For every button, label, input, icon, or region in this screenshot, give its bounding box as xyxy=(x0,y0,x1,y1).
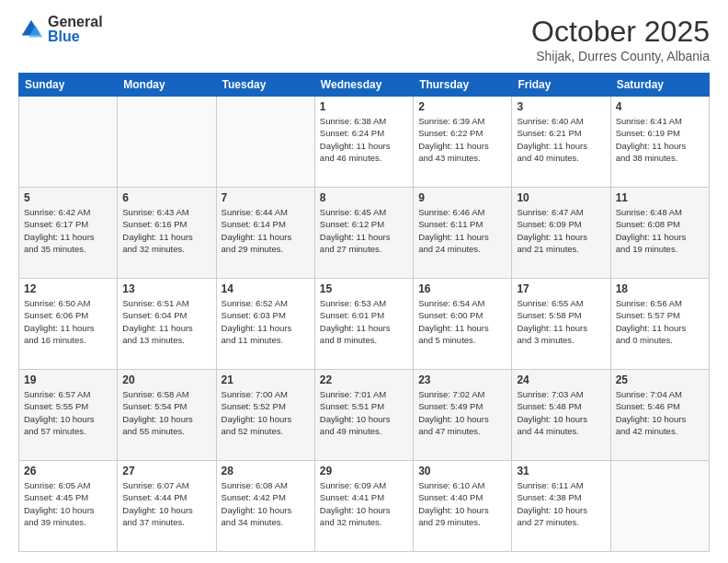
day-info: Sunrise: 6:47 AM Sunset: 6:09 PM Dayligh… xyxy=(517,206,605,255)
calendar-cell-w1-d6: 11Sunrise: 6:48 AM Sunset: 6:08 PM Dayli… xyxy=(610,188,709,279)
day-number: 30 xyxy=(418,465,506,477)
calendar-cell-w2-d1: 13Sunrise: 6:51 AM Sunset: 6:04 PM Dayli… xyxy=(118,279,216,370)
calendar-cell-w0-d4: 2Sunrise: 6:39 AM Sunset: 6:22 PM Daylig… xyxy=(414,97,512,188)
day-number: 12 xyxy=(24,282,112,295)
day-number: 19 xyxy=(24,373,112,386)
day-info: Sunrise: 6:55 AM Sunset: 5:58 PM Dayligh… xyxy=(517,297,605,346)
calendar-cell-w0-d0 xyxy=(19,97,118,188)
day-info: Sunrise: 6:46 AM Sunset: 6:11 PM Dayligh… xyxy=(418,206,506,255)
day-number: 13 xyxy=(122,282,210,295)
calendar-cell-w2-d6: 18Sunrise: 6:56 AM Sunset: 5:57 PM Dayli… xyxy=(610,279,709,370)
day-info: Sunrise: 6:42 AM Sunset: 6:17 PM Dayligh… xyxy=(24,206,112,255)
day-number: 3 xyxy=(517,100,605,113)
day-number: 15 xyxy=(320,282,408,295)
week-row-3: 19Sunrise: 6:57 AM Sunset: 5:55 PM Dayli… xyxy=(19,370,710,461)
weekday-header-row: Sunday Monday Tuesday Wednesday Thursday… xyxy=(19,74,710,97)
day-number: 31 xyxy=(517,465,605,477)
calendar-cell-w1-d3: 8Sunrise: 6:45 AM Sunset: 6:12 PM Daylig… xyxy=(314,188,413,279)
day-info: Sunrise: 7:00 AM Sunset: 5:52 PM Dayligh… xyxy=(222,388,310,437)
calendar-cell-w3-d6: 25Sunrise: 7:04 AM Sunset: 5:46 PM Dayli… xyxy=(610,370,709,461)
calendar-cell-w1-d2: 7Sunrise: 6:44 AM Sunset: 6:14 PM Daylig… xyxy=(216,188,314,279)
logo-icon xyxy=(18,17,44,42)
title-block: October 2025 Shijak, Durres County, Alba… xyxy=(531,15,710,63)
page: General Blue October 2025 Shijak, Durres… xyxy=(0,0,728,563)
day-info: Sunrise: 6:07 AM Sunset: 4:44 PM Dayligh… xyxy=(122,479,210,528)
header: General Blue October 2025 Shijak, Durres… xyxy=(18,15,710,63)
calendar-cell-w4-d5: 31Sunrise: 6:11 AM Sunset: 4:38 PM Dayli… xyxy=(512,461,610,552)
day-info: Sunrise: 6:58 AM Sunset: 5:54 PM Dayligh… xyxy=(122,388,210,437)
day-info: Sunrise: 6:48 AM Sunset: 6:08 PM Dayligh… xyxy=(616,206,704,255)
day-info: Sunrise: 6:39 AM Sunset: 6:22 PM Dayligh… xyxy=(418,115,506,164)
calendar-cell-w2-d3: 15Sunrise: 6:53 AM Sunset: 6:01 PM Dayli… xyxy=(314,279,413,370)
calendar-cell-w2-d0: 12Sunrise: 6:50 AM Sunset: 6:06 PM Dayli… xyxy=(19,279,118,370)
day-info: Sunrise: 6:54 AM Sunset: 6:00 PM Dayligh… xyxy=(418,297,506,346)
day-number: 11 xyxy=(616,191,704,204)
day-info: Sunrise: 6:38 AM Sunset: 6:24 PM Dayligh… xyxy=(320,115,408,164)
calendar-cell-w3-d3: 22Sunrise: 7:01 AM Sunset: 5:51 PM Dayli… xyxy=(314,370,413,461)
header-wednesday: Wednesday xyxy=(314,74,413,97)
calendar-cell-w2-d2: 14Sunrise: 6:52 AM Sunset: 6:03 PM Dayli… xyxy=(216,279,314,370)
day-info: Sunrise: 6:56 AM Sunset: 5:57 PM Dayligh… xyxy=(616,297,704,346)
day-number: 6 xyxy=(122,191,210,204)
day-info: Sunrise: 6:57 AM Sunset: 5:55 PM Dayligh… xyxy=(24,388,112,437)
calendar-cell-w2-d4: 16Sunrise: 6:54 AM Sunset: 6:00 PM Dayli… xyxy=(414,279,512,370)
day-number: 4 xyxy=(616,100,704,113)
day-number: 8 xyxy=(320,191,408,204)
day-number: 28 xyxy=(222,465,310,477)
day-info: Sunrise: 6:53 AM Sunset: 6:01 PM Dayligh… xyxy=(320,297,408,346)
calendar-cell-w1-d1: 6Sunrise: 6:43 AM Sunset: 6:16 PM Daylig… xyxy=(118,188,216,279)
calendar-cell-w4-d2: 28Sunrise: 6:08 AM Sunset: 4:42 PM Dayli… xyxy=(216,461,314,552)
logo: General Blue xyxy=(18,15,103,44)
logo-general-text: General xyxy=(48,15,103,29)
day-number: 14 xyxy=(222,282,310,295)
week-row-0: 1Sunrise: 6:38 AM Sunset: 6:24 PM Daylig… xyxy=(19,97,710,188)
day-number: 29 xyxy=(320,465,408,477)
day-info: Sunrise: 6:40 AM Sunset: 6:21 PM Dayligh… xyxy=(517,115,605,164)
location: Shijak, Durres County, Albania xyxy=(531,49,710,63)
day-number: 23 xyxy=(418,373,506,386)
calendar-cell-w0-d6: 4Sunrise: 6:41 AM Sunset: 6:19 PM Daylig… xyxy=(610,97,709,188)
day-number: 9 xyxy=(418,191,506,204)
header-monday: Monday xyxy=(118,74,216,97)
week-row-2: 12Sunrise: 6:50 AM Sunset: 6:06 PM Dayli… xyxy=(19,279,710,370)
calendar-cell-w3-d0: 19Sunrise: 6:57 AM Sunset: 5:55 PM Dayli… xyxy=(19,370,118,461)
day-number: 25 xyxy=(616,373,704,386)
calendar-cell-w0-d5: 3Sunrise: 6:40 AM Sunset: 6:21 PM Daylig… xyxy=(512,97,610,188)
day-info: Sunrise: 6:52 AM Sunset: 6:03 PM Dayligh… xyxy=(222,297,310,346)
day-number: 2 xyxy=(418,100,506,113)
header-sunday: Sunday xyxy=(19,74,118,97)
day-number: 24 xyxy=(517,373,605,386)
day-number: 10 xyxy=(517,191,605,204)
day-number: 20 xyxy=(122,373,210,386)
calendar-cell-w4-d3: 29Sunrise: 6:09 AM Sunset: 4:41 PM Dayli… xyxy=(314,461,413,552)
header-tuesday: Tuesday xyxy=(216,74,314,97)
day-number: 5 xyxy=(24,191,112,204)
day-number: 7 xyxy=(222,191,310,204)
calendar-cell-w3-d1: 20Sunrise: 6:58 AM Sunset: 5:54 PM Dayli… xyxy=(118,370,216,461)
calendar-cell-w3-d5: 24Sunrise: 7:03 AM Sunset: 5:48 PM Dayli… xyxy=(512,370,610,461)
week-row-4: 26Sunrise: 6:05 AM Sunset: 4:45 PM Dayli… xyxy=(19,461,710,552)
day-info: Sunrise: 6:51 AM Sunset: 6:04 PM Dayligh… xyxy=(122,297,210,346)
day-info: Sunrise: 6:44 AM Sunset: 6:14 PM Dayligh… xyxy=(222,206,310,255)
day-number: 16 xyxy=(418,282,506,295)
day-info: Sunrise: 7:04 AM Sunset: 5:46 PM Dayligh… xyxy=(616,388,704,437)
calendar-cell-w2-d5: 17Sunrise: 6:55 AM Sunset: 5:58 PM Dayli… xyxy=(512,279,610,370)
calendar-cell-w4-d0: 26Sunrise: 6:05 AM Sunset: 4:45 PM Dayli… xyxy=(19,461,118,552)
logo-text: General Blue xyxy=(48,15,103,44)
calendar-cell-w3-d2: 21Sunrise: 7:00 AM Sunset: 5:52 PM Dayli… xyxy=(216,370,314,461)
day-info: Sunrise: 6:43 AM Sunset: 6:16 PM Dayligh… xyxy=(122,206,210,255)
calendar-cell-w0-d1 xyxy=(118,97,216,188)
day-info: Sunrise: 6:50 AM Sunset: 6:06 PM Dayligh… xyxy=(24,297,112,346)
calendar-cell-w0-d3: 1Sunrise: 6:38 AM Sunset: 6:24 PM Daylig… xyxy=(314,97,413,188)
month-title: October 2025 xyxy=(531,15,710,49)
calendar-cell-w3-d4: 23Sunrise: 7:02 AM Sunset: 5:49 PM Dayli… xyxy=(414,370,512,461)
day-info: Sunrise: 7:03 AM Sunset: 5:48 PM Dayligh… xyxy=(517,388,605,437)
header-friday: Friday xyxy=(512,74,610,97)
day-number: 1 xyxy=(320,100,408,113)
calendar-cell-w1-d0: 5Sunrise: 6:42 AM Sunset: 6:17 PM Daylig… xyxy=(19,188,118,279)
day-info: Sunrise: 6:05 AM Sunset: 4:45 PM Dayligh… xyxy=(24,479,112,528)
header-thursday: Thursday xyxy=(414,74,512,97)
day-number: 26 xyxy=(24,465,112,477)
calendar-table: Sunday Monday Tuesday Wednesday Thursday… xyxy=(18,73,710,552)
day-info: Sunrise: 7:02 AM Sunset: 5:49 PM Dayligh… xyxy=(418,388,506,437)
